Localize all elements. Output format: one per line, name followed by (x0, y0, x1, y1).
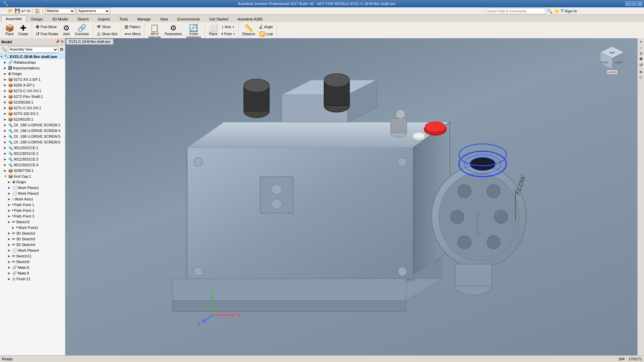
tree-expander[interactable]: ▶ (8, 266, 12, 269)
material-dropdown[interactable]: Material (45, 8, 75, 14)
tree-expander[interactable]: ▶ (4, 101, 8, 104)
search-input[interactable] (485, 8, 545, 14)
tree-expander[interactable]: ▶ (8, 249, 12, 252)
view-options-icon[interactable]: ⚙ (60, 47, 64, 52)
create-button[interactable]: ✚ Create (16, 23, 30, 37)
tree-expander[interactable]: ▶ (4, 118, 8, 121)
bom-button[interactable]: 📋 Bill ofMaterials (147, 23, 162, 40)
loop-button[interactable]: 🔁 Loop (258, 31, 274, 37)
tree-filter-icon[interactable]: 🔍 (1, 47, 7, 52)
tree-expander[interactable]: ▶ (8, 254, 12, 258)
tree-item[interactable]: ▶⊕Origin (0, 71, 65, 76)
tree-item[interactable]: ▶⚠Flush:11 (0, 276, 65, 282)
sidebar-pan[interactable]: ✥ (639, 57, 643, 61)
free-rotate-button[interactable]: ↺ Free Rotate (34, 31, 60, 37)
tab-getstarted[interactable]: Get Started (205, 15, 232, 22)
tree-expander[interactable]: ▶ (4, 112, 8, 115)
tab-view[interactable]: View (156, 15, 172, 22)
tree-expander[interactable]: ▶ (4, 83, 8, 87)
sidebar-zoom-in[interactable]: + (640, 40, 642, 44)
tree-item[interactable]: ▶✏3D Sketch2 (0, 230, 65, 236)
tree-expander[interactable]: ▶ (8, 215, 12, 218)
tree-expander[interactable]: ▶ (8, 243, 12, 246)
parameters-button[interactable]: ⚙ Parameters (163, 23, 184, 37)
tree-item[interactable]: ▶•Work Point1 (0, 225, 65, 230)
tab-tools[interactable]: Tools (115, 15, 132, 22)
sidebar-perspective[interactable]: ⬡ (639, 75, 642, 79)
tree-item[interactable]: ▶⬜Work Plane4 (0, 247, 65, 253)
tree-item[interactable]: ▶🔩2X .188 U-DRIVE SCREW:5 (0, 133, 65, 139)
tree-expander[interactable]: ▶ (4, 140, 8, 144)
tree-expander[interactable]: ▶ (8, 260, 12, 263)
distance-button[interactable]: 📏 Distance (240, 23, 257, 37)
tree-item[interactable]: ▶✏Sketch3 (0, 219, 65, 225)
angle-button[interactable]: ∠ Angle (258, 23, 274, 30)
sidebar-zoom-out[interactable]: − (640, 46, 642, 50)
point-button[interactable]: • Point ▾ (220, 31, 236, 37)
tree-item[interactable]: ▶🔗Mate:9 (0, 270, 65, 276)
tree-expander[interactable]: ▼ (4, 175, 8, 178)
tree-expander[interactable]: ▶ (8, 209, 12, 212)
tree-expander[interactable]: ▶ (8, 277, 12, 281)
tree-expander[interactable]: ▶ (8, 272, 12, 275)
tree-item[interactable]: ▶•Path Point 1 (0, 202, 65, 207)
tree-expander[interactable]: ▶ (4, 66, 8, 70)
tree-expander[interactable]: ▶ (4, 106, 8, 110)
tree-item[interactable]: ▶📦6274-182-EX:1 (0, 111, 65, 116)
maximize-button[interactable]: □ (631, 1, 637, 6)
tree-item[interactable]: ▶📦6271-C-XX-XX:1 (0, 105, 65, 111)
tab-manage[interactable]: Manage (133, 15, 155, 22)
tree-item[interactable]: ▶🔩2X .188 U-DRIVE SCREW:4 (0, 128, 65, 133)
tab-sketch[interactable]: Sketch (73, 15, 93, 22)
create-substitutes-button[interactable]: 🔄 CreateSubstitutes (184, 23, 203, 40)
tree-item[interactable]: ▶⬜Work Plane1 (0, 185, 65, 190)
panel-close-icon[interactable]: ✕ (61, 40, 64, 44)
tree-expander[interactable]: ▶ (8, 203, 12, 206)
tree-item[interactable]: ▶📦S2867700:1 (0, 168, 65, 173)
mirror-button[interactable]: ⟺ Mirror (123, 31, 142, 37)
tree-expander[interactable]: ▶ (8, 192, 12, 195)
sidebar-fit[interactable]: ⊡ (640, 52, 642, 55)
qat-home[interactable]: 🏠 (34, 8, 41, 13)
tree-expander[interactable]: ▶ (4, 146, 8, 149)
bookmark-icon[interactable]: ⭐ (554, 8, 559, 14)
joint-button[interactable]: ⚙ Joint (60, 23, 72, 37)
tree-expander[interactable]: ▶ (8, 197, 12, 201)
tree-item[interactable]: ▶✏3D Sketch3 (0, 236, 65, 242)
tree-item[interactable]: ▼📦End Cap:1 (0, 173, 65, 179)
sidebar-rotate[interactable]: ↺ (639, 63, 643, 67)
main-3d-view[interactable]: FLOW 600-0Z-6200 X Y Z (65, 38, 637, 355)
pattern-button[interactable]: ⊞ Pattern (123, 23, 142, 30)
tree-expander[interactable]: ▶ (8, 237, 12, 241)
tree-item[interactable]: ▶📦52330100:1 (0, 99, 65, 105)
sign-in-text[interactable]: Sign In (565, 9, 577, 13)
tree-expander[interactable]: ▶ (4, 61, 8, 64)
tree-expander[interactable]: ▶ (4, 78, 8, 81)
tree-item[interactable]: ▶🔗Mate:8 (0, 264, 65, 270)
tree-expander[interactable]: ▶ (8, 186, 12, 189)
tree-item[interactable]: ▶🔩90123031CE:1 (0, 145, 65, 150)
tree-item[interactable]: ▶↕Work Axis1 (0, 196, 65, 202)
tree-item[interactable]: ▶✏Sketch11 (0, 253, 65, 259)
show-sick-button[interactable]: ⚠ Show Sick (95, 31, 119, 37)
tree-expander[interactable]: ▶ (8, 220, 12, 224)
tab-assemble[interactable]: Assemble (1, 15, 26, 22)
tree-expander[interactable]: ▶ (4, 123, 8, 127)
appearance-dropdown[interactable]: Appearance (76, 8, 110, 14)
axis-button[interactable]: ↕ Axis ▾ (220, 23, 236, 30)
tree-item[interactable]: ▶🔗Relationships (0, 59, 65, 65)
tree-expander[interactable]: ▶ (12, 226, 16, 229)
tree-item[interactable]: ▶🔩2X .188 U-DRIVE SCREW:2 (0, 122, 65, 128)
tree-item[interactable]: ▶📦6273-C-XX-XX:1 (0, 88, 65, 94)
tree-expander[interactable]: ▶ (4, 158, 8, 161)
tree-expander[interactable]: ▶ (4, 129, 8, 132)
tree-item[interactable]: ▶🔩90123031CE:4 (0, 162, 65, 168)
tree-item[interactable]: ▶✏Sketch6 (0, 259, 65, 264)
place-button[interactable]: 📦 Place (3, 23, 16, 37)
tab-design[interactable]: Design (27, 15, 47, 22)
tree-item[interactable]: ▶⊕Origin (0, 179, 65, 185)
tree-expander[interactable]: ▶ (4, 89, 8, 93)
qat-new[interactable]: 📄 (1, 8, 7, 13)
view-selector[interactable]: Assembly View Model View (8, 47, 58, 53)
tab-environments[interactable]: Environments (173, 15, 204, 22)
